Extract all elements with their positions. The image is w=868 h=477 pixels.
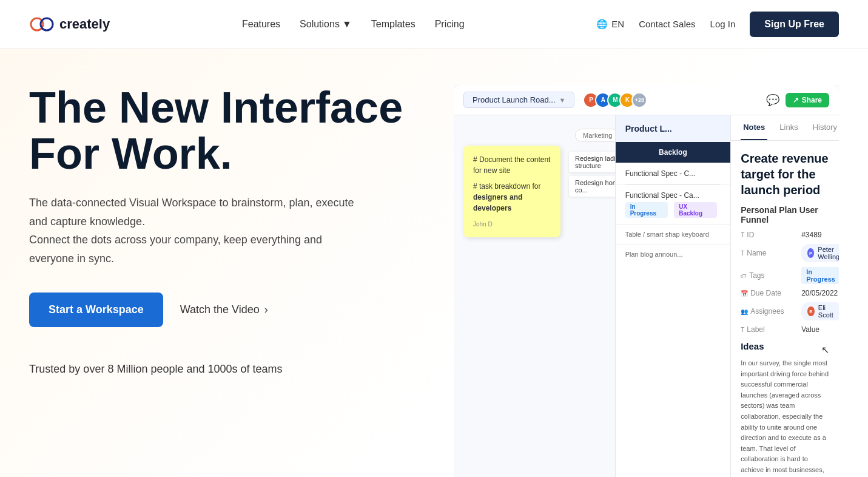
chevron-down-icon: ▼ bbox=[559, 96, 566, 104]
logo-text: creately bbox=[59, 16, 110, 32]
type-icon: T bbox=[741, 250, 744, 257]
hero-section: The New Interface For Work. The data-con… bbox=[0, 49, 868, 477]
demo-board: Product L... Backlog Functional Spec - C… bbox=[616, 115, 732, 477]
ideas-text: In our survey, the single most important… bbox=[741, 358, 829, 477]
hero-subtitle: The data-connected Visual Workspace to b… bbox=[29, 194, 357, 268]
panel-title: Create revenue target for the launch per… bbox=[741, 151, 829, 198]
demo-avatar-group: P A M K +28 bbox=[587, 92, 647, 108]
field-id: T ID #3489 bbox=[741, 231, 829, 239]
hero-buttons: Start a Workspace Watch the Video › bbox=[29, 293, 442, 327]
nav-item-pricing[interactable]: Pricing bbox=[435, 19, 465, 30]
sticky-author: John D bbox=[473, 220, 551, 229]
signup-button[interactable]: Sign Up Free bbox=[750, 12, 839, 37]
demo-toolbar: Product Launch Road... ▼ P A M K +28 💬 ↗… bbox=[454, 85, 839, 115]
nav-item-templates[interactable]: Templates bbox=[371, 19, 415, 30]
watch-video-button[interactable]: Watch the Video › bbox=[180, 303, 268, 316]
tab-notes[interactable]: Notes bbox=[741, 115, 767, 140]
hero-left: The New Interface For Work. The data-con… bbox=[29, 85, 442, 377]
demo-body: Marketing Redesign lading page structure… bbox=[454, 115, 839, 477]
field-assignees: 👥 Assignees E Eli Scott D Dennis Brown bbox=[741, 302, 829, 320]
nav-right: 🌐 EN Contact Sales Log In Sign Up Free bbox=[596, 12, 839, 37]
avatar-eli: E bbox=[807, 306, 815, 316]
hero-demo: Product Launch Road... ▼ P A M K +28 💬 ↗… bbox=[454, 85, 839, 477]
contact-sales-link[interactable]: Contact Sales bbox=[639, 19, 695, 29]
person-chip-name: P Peter Wellington bbox=[801, 244, 839, 262]
board-row-backlog: Backlog bbox=[616, 142, 731, 163]
field-tags: 🏷 Tags In Progress UX Backlog bbox=[741, 267, 829, 284]
panel-section-title: Personal Plan User Funnel bbox=[741, 205, 829, 225]
board-sub-1: Table / smart shap keyboard bbox=[616, 225, 731, 244]
assignees-icon: 👥 bbox=[741, 308, 748, 315]
login-link[interactable]: Log In bbox=[710, 19, 736, 29]
arrow-right-icon: › bbox=[264, 303, 268, 316]
calendar-icon: 📅 bbox=[741, 290, 748, 297]
demo-container: Product Launch Road... ▼ P A M K +28 💬 ↗… bbox=[454, 85, 839, 477]
status-badge-inprogress: In Progress bbox=[625, 202, 668, 218]
logo-icon bbox=[29, 16, 55, 33]
globe-icon: 🌐 bbox=[596, 19, 608, 30]
board-row-2: Functional Spec - Ca... In Progress UX B… bbox=[616, 185, 731, 225]
language-selector[interactable]: 🌐 EN bbox=[596, 19, 624, 30]
demo-panel: Notes Links History Data ⤡ ⧉ ⋯ ⚙ Create … bbox=[731, 115, 839, 477]
nav-links: Features Solutions ▼ Templates Pricing bbox=[242, 19, 465, 30]
canvas-task-1: Redesign lading page structure bbox=[569, 152, 616, 172]
comment-icon[interactable]: 💬 bbox=[766, 93, 779, 107]
avatar-small: P bbox=[807, 248, 814, 258]
demo-tab[interactable]: Product Launch Road... ▼ bbox=[463, 92, 574, 108]
tab-history[interactable]: History bbox=[810, 115, 839, 140]
status-badge-uxbacklog: UX Backlog bbox=[674, 202, 717, 218]
person-chip-eli: E Eli Scott bbox=[801, 302, 839, 320]
marketing-badge: Marketing bbox=[575, 129, 616, 142]
trusted-text: Trusted by over 8 Million people and 100… bbox=[29, 361, 442, 377]
field-name: T Name P Peter Wellington bbox=[741, 244, 829, 262]
canvas-task-2: Redesign home page (UX and co... bbox=[569, 176, 616, 197]
chevron-down-icon: ▼ bbox=[342, 19, 352, 30]
field-label: T Label Value bbox=[741, 325, 829, 334]
start-workspace-button[interactable]: Start a Workspace bbox=[29, 293, 163, 327]
hero-title: The New Interface For Work. bbox=[29, 85, 442, 177]
canvas-sticky-note: # Document the content for new site # ta… bbox=[463, 146, 560, 237]
field-duedate: 📅 Due Date 20/05/2022 bbox=[741, 289, 829, 297]
tab-links[interactable]: Links bbox=[777, 115, 800, 140]
panel-tabs: Notes Links History Data ⤡ ⧉ ⋯ ⚙ bbox=[731, 115, 839, 141]
label-icon: T bbox=[741, 326, 744, 333]
type-icon: T bbox=[741, 232, 744, 238]
board-sub-2: Plan blog announ... bbox=[616, 245, 731, 264]
board-row-1: Functional Spec - C... bbox=[616, 163, 731, 184]
cursor-icon: ↖ bbox=[821, 344, 829, 356]
tag-inprogress: In Progress bbox=[801, 267, 839, 284]
share-icon: ↗ bbox=[793, 96, 799, 104]
demo-canvas: Marketing Redesign lading page structure… bbox=[454, 115, 616, 477]
nav-item-features[interactable]: Features bbox=[242, 19, 280, 30]
navbar: creately Features Solutions ▼ Templates … bbox=[0, 0, 868, 49]
share-button[interactable]: ↗ Share bbox=[786, 93, 829, 107]
nav-item-solutions[interactable]: Solutions ▼ bbox=[300, 19, 352, 30]
tag-icon: 🏷 bbox=[741, 272, 747, 279]
board-header: Product L... bbox=[616, 115, 731, 142]
logo[interactable]: creately bbox=[29, 16, 110, 33]
toolbar-actions: 💬 ↗ Share bbox=[766, 93, 829, 107]
avatar-count: +28 bbox=[631, 92, 647, 108]
panel-content: Create revenue target for the launch per… bbox=[731, 141, 839, 477]
